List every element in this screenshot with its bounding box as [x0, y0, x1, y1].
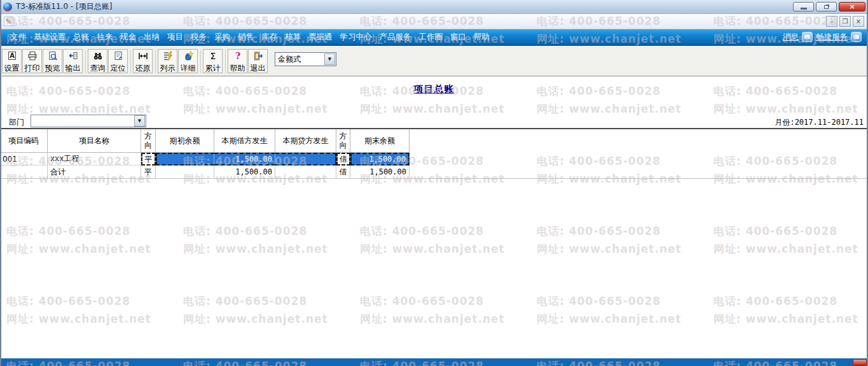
menu-item-学习中心[interactable]: 学习中心: [336, 29, 376, 45]
menu-item-总账[interactable]: 总账: [69, 29, 93, 45]
toolbar-button-label: 详细: [181, 64, 196, 72]
menu-item-帮助[interactable]: 帮助: [470, 29, 493, 45]
column-header-credit: 本期贷方发生: [275, 129, 336, 153]
menu-bar: 文件基础设置总账往来现金出纳项目税务采购销售库存核算票据通学习中心产品服务工作圈…: [0, 29, 868, 46]
strip-close-button[interactable]: [853, 359, 867, 365]
chevron-down-icon[interactable]: ▼: [324, 53, 335, 65]
locate-icon: [113, 51, 123, 64]
menu-item-基础设置[interactable]: 基础设置: [30, 29, 69, 45]
toolbar-button-label: 设置: [4, 64, 20, 72]
department-select[interactable]: ▼: [31, 115, 146, 127]
mdi-close-icon: ×: [856, 18, 861, 25]
toolbar-button-label: 定位: [111, 64, 126, 72]
content-area: 项目总账 部门 ▼ 月份:2017.11-2017.11 项目编码项目名称方向期…: [0, 76, 868, 358]
bottom-strip: [0, 358, 868, 366]
print-icon: [27, 51, 38, 64]
service-icon[interactable]: [851, 32, 862, 42]
cell-dir1[interactable]: 平: [141, 153, 156, 165]
column-header-debit: 本期借方发生: [214, 129, 275, 153]
print-button[interactable]: 打印: [22, 49, 42, 73]
menu-item-窗口[interactable]: 窗口: [446, 29, 470, 45]
settings-button[interactable]: A设置: [2, 49, 22, 73]
table-row[interactable]: 合计平1,500.00借1,500.00: [0, 165, 410, 178]
menu-item-往来[interactable]: 往来: [93, 29, 116, 45]
message-icon[interactable]: [802, 32, 813, 42]
view-style-select[interactable]: 金额式 ▼: [275, 52, 336, 66]
cell-code[interactable]: [0, 165, 48, 178]
export-icon: [68, 51, 78, 64]
list-icon: [163, 51, 173, 64]
toolbar-button-label: 列示: [160, 64, 176, 72]
close-icon: ×: [849, 3, 855, 10]
menu-item-核算[interactable]: 核算: [281, 29, 305, 45]
svg-text:A: A: [10, 52, 15, 59]
menu-item-出纳[interactable]: 出纳: [140, 29, 163, 45]
cell-end[interactable]: 1,500.00: [350, 153, 410, 165]
cell-begin[interactable]: [156, 153, 214, 165]
cell-begin[interactable]: [156, 165, 214, 178]
minimize-button[interactable]: [793, 2, 814, 11]
toolbar-button-label: 累计: [205, 64, 221, 72]
menu-item-产品服务[interactable]: 产品服务: [376, 29, 415, 45]
cell-dir2[interactable]: 借: [336, 153, 350, 165]
cell-debit[interactable]: 1,500.00: [214, 153, 275, 165]
menu-item-销售[interactable]: 销售: [234, 29, 258, 45]
view-style-value: 金额式: [275, 54, 324, 65]
mdi-close-button[interactable]: ×: [853, 16, 864, 27]
mdi-restore-button[interactable]: ❐: [839, 16, 851, 27]
column-header-end: 期末余额: [350, 129, 410, 153]
menu-item-票据通[interactable]: 票据通: [305, 29, 336, 45]
menu-item-工作圈[interactable]: 工作圈: [415, 29, 447, 45]
preview-button[interactable]: 预览: [43, 49, 62, 73]
toolbar-separator: [83, 49, 88, 76]
cell-dir1[interactable]: 平: [141, 165, 156, 178]
help-button[interactable]: ?帮助: [228, 49, 247, 73]
cell-credit[interactable]: [275, 153, 336, 165]
cell-dir2[interactable]: 借: [336, 165, 350, 178]
menu-link-畅捷服务[interactable]: 畅捷服务: [816, 32, 848, 43]
mdi-minimize-button[interactable]: –: [826, 16, 837, 27]
menu-item-税务[interactable]: 税务: [187, 29, 210, 45]
locate-button[interactable]: 定位: [108, 49, 128, 73]
toolbar-separator: [128, 49, 133, 76]
cell-name[interactable]: xxx工程: [48, 153, 141, 165]
menu-link-消息[interactable]: 消息: [783, 32, 799, 43]
restore-button[interactable]: 还原: [133, 49, 153, 73]
table-bottom-border: [0, 178, 868, 179]
menu-item-项目[interactable]: 项目: [163, 29, 187, 45]
column-header-dir1: 方向: [141, 129, 156, 153]
toolbar-button-label: 退出: [251, 64, 266, 72]
chevron-down-icon[interactable]: ▼: [134, 115, 145, 127]
cell-name[interactable]: 合计: [48, 165, 141, 178]
menu-item-现金[interactable]: 现金: [116, 29, 140, 45]
export-button[interactable]: 输出: [63, 49, 83, 73]
mdi-child-strip: ✎ – ❐ ×: [0, 14, 868, 29]
sum-icon: Σ: [208, 51, 218, 64]
toolbar-button-label: 预览: [45, 64, 60, 72]
exit-button[interactable]: 退出: [248, 49, 268, 73]
toolbar-separator: [198, 49, 203, 76]
restore-button[interactable]: [816, 2, 837, 11]
month-range-label: 月份:2017.11-2017.11: [775, 117, 864, 128]
restore-icon: [824, 5, 829, 9]
cell-code[interactable]: 001: [0, 153, 48, 165]
search-icon: [93, 51, 103, 64]
table-body: 001xxx工程平1,500.00借1,500.00合计平1,500.00借1,…: [0, 153, 410, 178]
table-row-selected[interactable]: 001xxx工程平1,500.00借1,500.00: [0, 153, 410, 165]
cell-credit[interactable]: [275, 165, 336, 178]
svg-text:?: ?: [235, 51, 240, 61]
window-controls: ×: [793, 2, 865, 11]
cell-debit[interactable]: 1,500.00: [214, 165, 275, 178]
sum-button[interactable]: Σ累计: [203, 49, 223, 73]
close-button[interactable]: ×: [839, 2, 865, 11]
mdi-restore-icon: ❐: [843, 18, 848, 25]
list-button[interactable]: 列示: [158, 49, 177, 73]
menu-item-库存[interactable]: 库存: [258, 29, 281, 45]
menu-item-文件[interactable]: 文件: [6, 29, 30, 45]
menu-item-采购[interactable]: 采购: [210, 29, 234, 45]
detail-button[interactable]: 详细: [178, 49, 198, 73]
cell-end[interactable]: 1,500.00: [350, 165, 410, 178]
detail-icon: [183, 51, 193, 64]
search-button[interactable]: 查询: [88, 49, 107, 73]
restore-icon: [138, 51, 148, 64]
